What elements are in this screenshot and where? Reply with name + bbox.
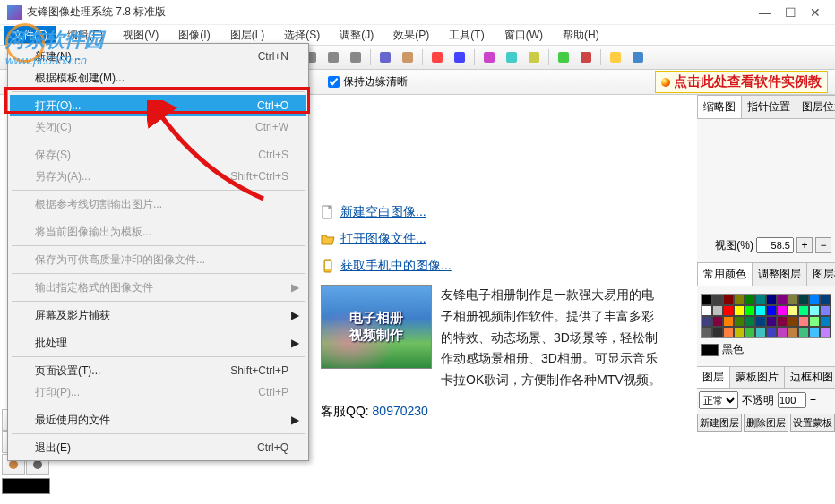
minimize-button[interactable]: —	[753, 4, 778, 21]
open-image-file-link[interactable]: 打开图像文件...	[321, 231, 661, 247]
thumbnail-tab[interactable]: 缩略图	[697, 95, 742, 118]
color-tab[interactable]: 常用颜色	[697, 262, 753, 286]
color-swatch[interactable]	[798, 305, 809, 316]
menu-item[interactable]: 批处理▶	[10, 332, 306, 354]
layer-action-button[interactable]: 设置蒙板	[790, 414, 835, 432]
color-swatch[interactable]	[766, 295, 777, 305]
color-swatch[interactable]	[766, 305, 777, 316]
color-swatches[interactable]	[701, 294, 831, 338]
color-swatch[interactable]	[712, 295, 723, 305]
color-swatch[interactable]	[723, 295, 734, 305]
play-button[interactable]	[554, 47, 573, 67]
fx2-button[interactable]	[502, 47, 521, 67]
thumbnail-tab[interactable]: 指针位置	[741, 95, 796, 118]
color-swatch[interactable]	[702, 327, 712, 337]
color-swatch[interactable]	[745, 327, 755, 337]
keep-edges-check[interactable]	[328, 76, 340, 88]
color-swatch[interactable]	[766, 327, 777, 337]
layer-tab[interactable]: 边框和图	[785, 367, 835, 388]
color-swatch[interactable]	[788, 327, 798, 337]
color-swatch[interactable]	[798, 295, 809, 305]
color-swatch[interactable]	[712, 327, 723, 337]
color-swatch[interactable]	[755, 305, 766, 316]
color-swatch[interactable]	[788, 295, 798, 305]
color-swatch[interactable]	[777, 316, 788, 327]
layer-tab[interactable]: 蒙板图片	[730, 367, 785, 388]
color-swatch[interactable]	[734, 316, 745, 327]
opacity-plus[interactable]: +	[810, 394, 816, 406]
fx1-button[interactable]	[479, 47, 499, 67]
maximize-button[interactable]: ☐	[778, 4, 803, 21]
color-swatch[interactable]	[734, 305, 745, 316]
color-swatch[interactable]	[766, 316, 777, 327]
menu-item[interactable]: 退出(E)Ctrl+Q	[10, 437, 306, 458]
foreground-swatch[interactable]	[2, 478, 50, 494]
menu-item[interactable]: 根据模板创建(M)...	[10, 67, 306, 89]
help-button[interactable]	[628, 47, 648, 67]
color-tab[interactable]: 图层样	[806, 262, 835, 286]
zoom-minus[interactable]: −	[815, 237, 831, 253]
menu-item[interactable]: 选择(S)	[275, 26, 329, 45]
color-swatch[interactable]	[809, 295, 820, 305]
layer-action-button[interactable]: 新建图层	[697, 414, 742, 432]
circle-button[interactable]	[323, 47, 343, 67]
menu-item[interactable]: 帮助(H)	[554, 26, 608, 45]
current-color-swatch[interactable]	[701, 344, 719, 356]
phone-button[interactable]	[606, 47, 625, 67]
color-swatch[interactable]	[712, 305, 723, 316]
menu-item[interactable]: 效果(P)	[384, 26, 438, 45]
color-swatch[interactable]	[798, 327, 809, 337]
color2-button[interactable]	[450, 47, 469, 67]
thumbnail-tab[interactable]: 图层位置	[796, 95, 835, 118]
keep-edges-checkbox[interactable]: 保持边缘清晰	[328, 74, 408, 90]
menu-item[interactable]: 屏幕及影片捕获▶	[10, 304, 306, 326]
color-swatch[interactable]	[820, 305, 831, 316]
stop-button[interactable]	[576, 47, 596, 67]
color1-button[interactable]	[427, 47, 447, 67]
qq-number[interactable]: 80970230	[373, 404, 428, 418]
color-swatch[interactable]	[809, 305, 820, 316]
menu-item[interactable]: 视图(V)	[114, 26, 168, 45]
menu-item[interactable]: 图层(L)	[221, 26, 274, 45]
menu-item[interactable]: 图像(I)	[169, 26, 219, 45]
color-swatch[interactable]	[755, 295, 766, 305]
color-tab[interactable]: 调整图层	[752, 262, 807, 286]
color-swatch[interactable]	[788, 316, 798, 327]
layer-action-button[interactable]: 删除图层	[744, 414, 788, 432]
menu-item[interactable]: 新建(N)...Ctrl+N	[10, 46, 306, 67]
menu-item[interactable]: 窗口(W)	[495, 26, 552, 45]
tutorial-banner[interactable]: 点击此处查看软件实例教	[655, 71, 828, 93]
color-swatch[interactable]	[820, 295, 831, 305]
color-swatch[interactable]	[755, 327, 766, 337]
color-swatch[interactable]	[777, 305, 788, 316]
color-swatch[interactable]	[734, 327, 745, 337]
blend-mode-select[interactable]: 正常	[699, 391, 738, 409]
color-swatch[interactable]	[702, 295, 712, 305]
menu-item[interactable]: 文件(F)	[4, 26, 56, 45]
menu-item[interactable]: 打开(O)...Ctrl+O	[10, 95, 306, 116]
color-swatch[interactable]	[788, 305, 798, 316]
menu-item[interactable]: 调整(J)	[331, 26, 383, 45]
color-swatch[interactable]	[798, 316, 809, 327]
menu-item[interactable]: 编辑(E)	[58, 26, 112, 45]
color-swatch[interactable]	[755, 316, 766, 327]
color-swatch[interactable]	[723, 327, 734, 337]
color-swatch[interactable]	[723, 316, 734, 327]
color-swatch[interactable]	[702, 305, 712, 316]
close-button[interactable]: ✕	[803, 4, 828, 21]
color-swatch[interactable]	[809, 327, 820, 337]
line-button[interactable]	[346, 47, 366, 67]
layer-tab[interactable]: 图层	[697, 367, 730, 388]
hand-button[interactable]	[398, 47, 418, 67]
album-thumbnail[interactable]: 电子相册 视频制作	[321, 285, 432, 369]
color-swatch[interactable]	[723, 305, 734, 316]
color-swatch[interactable]	[745, 316, 755, 327]
color-swatch[interactable]	[777, 295, 788, 305]
color-swatch[interactable]	[820, 316, 831, 327]
zoom-input[interactable]	[756, 237, 794, 253]
color-swatch[interactable]	[734, 295, 745, 305]
color-swatch[interactable]	[745, 295, 755, 305]
color-swatch[interactable]	[820, 327, 831, 337]
new-blank-image-link[interactable]: 新建空白图像...	[321, 204, 661, 220]
opacity-input[interactable]	[778, 392, 806, 408]
